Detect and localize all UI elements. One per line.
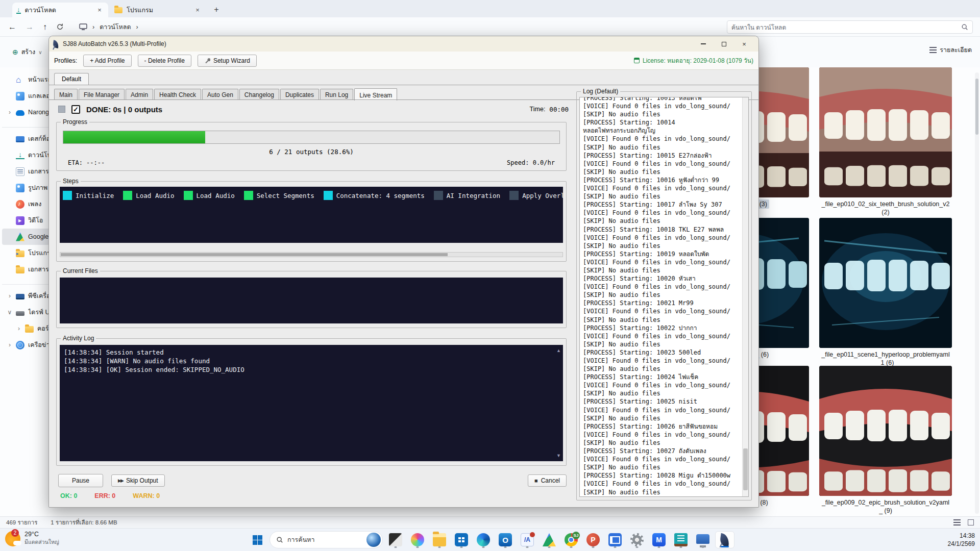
close-button[interactable]: ×	[734, 37, 754, 51]
app-tab[interactable]: Auto Gen	[202, 89, 238, 100]
app-title-bar[interactable]: SJ88 AutoBatch v26.5.3 (Multi-Profile) ×	[49, 36, 758, 52]
steps-group: Steps Initialize Load Audio	[56, 181, 567, 262]
settings-icon[interactable]	[627, 531, 647, 548]
scroll-up-icon[interactable]: ▲	[556, 348, 561, 353]
edge-icon[interactable]	[474, 531, 493, 548]
log-line: [PROCESS] Starting: 10016 หูฟังต่ำกว่า 9…	[583, 176, 740, 184]
time-value: 00:00	[549, 106, 569, 113]
pc-app-icon[interactable]	[693, 531, 713, 548]
app-glyph	[543, 533, 556, 546]
app-tab[interactable]: Main	[54, 89, 78, 100]
add-profile-button[interactable]: + Add Profile	[83, 55, 131, 67]
current-files-canvas	[60, 278, 563, 323]
explorer-tab-downloads[interactable]: ↓ ดาวน์โหลด ×	[12, 3, 108, 17]
new-item-label: สร้าง	[21, 47, 35, 57]
action-buttons-row: Pause ▶▶ Skip Output ■ Cancel	[58, 473, 567, 488]
scrollbar-thumb[interactable]	[975, 79, 978, 135]
copilot-icon[interactable]	[408, 531, 427, 548]
setup-wizard-button[interactable]: Setup Wizard	[198, 55, 257, 67]
back-icon[interactable]: ←	[8, 22, 16, 32]
chevron-down-icon: ∨	[38, 49, 42, 55]
file-item[interactable]: _file_ep011_scene1_hyperloop_problemyaml…	[817, 218, 954, 367]
log-output[interactable]: [PROCESS] Starting: 10013 หลอดไฟ[VOICE] …	[579, 97, 749, 497]
chrome-icon[interactable]: SJ	[561, 531, 581, 548]
app-tab[interactable]: Live Stream	[354, 88, 397, 101]
progress-group-title: Progress	[61, 118, 89, 126]
app-tab[interactable]: Health Check	[154, 89, 201, 100]
breadcrumb-sep: ›	[92, 23, 94, 31]
stop-icon[interactable]	[58, 106, 65, 113]
m365-icon[interactable]: M	[649, 531, 669, 548]
log-scrollbar[interactable]	[742, 97, 748, 496]
google-drive-icon[interactable]	[540, 531, 559, 548]
weather-widget[interactable]: 2 29°C มีแดดส่วนใหญ่	[5, 531, 59, 546]
taskbar: 2 29°C มีแดดส่วนใหญ่ การค้นหา	[0, 528, 980, 551]
breadcrumb-item[interactable]: ดาวน์โหลด	[100, 22, 131, 32]
app-glyph	[389, 533, 402, 546]
close-tab-icon[interactable]: ×	[193, 6, 202, 15]
task-view-icon[interactable]	[386, 531, 405, 548]
file-name[interactable]: _file_ep010_02_six_teeth_brush_solution_…	[818, 199, 953, 217]
forward-icon[interactable]: →	[26, 22, 34, 32]
file-item[interactable]: _file_ep010_02_six_teeth_brush_solution_…	[817, 67, 954, 217]
notes-icon[interactable]	[671, 531, 691, 548]
activity-log-output[interactable]: [14:38:34] Session started[14:38:34] [WA…	[60, 345, 563, 461]
explorer-search-input[interactable]: ค้นหาใน ดาวน์โหลด	[727, 20, 973, 34]
step-chip: Load Audio	[123, 191, 174, 200]
profile-tab-default[interactable]: Default	[54, 73, 89, 85]
app-tab[interactable]: Changelog	[239, 89, 279, 100]
explorer-tab-programs[interactable]: โปรแกรม ×	[110, 3, 206, 17]
system-clock[interactable]: 14:38 24/1/2569	[948, 532, 975, 548]
log-line: [VOICE] Found 0 files in vdo_long_sound/	[583, 160, 740, 168]
file-name[interactable]: _file_ep009_02_epic_brush_solution_v2yam…	[818, 498, 953, 515]
scrollbar-thumb[interactable]	[61, 253, 448, 256]
delete-profile-button[interactable]: - Delete Profile	[138, 55, 191, 67]
outlook-icon[interactable]: O	[496, 531, 515, 548]
maximize-button[interactable]	[714, 37, 734, 51]
file-explorer-icon[interactable]	[430, 531, 449, 548]
powerpoint-icon[interactable]: P	[583, 531, 603, 548]
large-icons-view-icon[interactable]	[968, 519, 974, 525]
setup-wizard-label: Setup Wizard	[213, 57, 250, 64]
app-window-icon[interactable]	[605, 531, 625, 548]
app-glyph	[608, 533, 622, 546]
cancel-button[interactable]: ■ Cancel	[528, 474, 567, 487]
new-tab-button[interactable]: +	[210, 4, 223, 16]
autobatch-feather-icon[interactable]	[715, 531, 734, 548]
app-glyph: /A	[521, 533, 534, 546]
step-chip: AI Integration	[434, 191, 500, 200]
new-item-button[interactable]: ⊕ สร้าง ∨	[7, 44, 47, 60]
skip-output-button[interactable]: ▶▶ Skip Output	[111, 474, 165, 487]
list-view-icon[interactable]	[953, 519, 961, 525]
taskbar-search[interactable]: การค้นหา	[270, 531, 383, 548]
file-name[interactable]: _file_ep011_scene1_hyperloop_problemyaml…	[818, 350, 953, 367]
done-checkbox[interactable]: ✓	[71, 105, 80, 114]
close-tab-icon[interactable]: ×	[95, 6, 104, 15]
log-line: [PROCESS] Starting: 10026 ยาสีฟันขอหอม	[583, 422, 740, 431]
app-glyph	[630, 533, 644, 546]
explorer-scrollbar[interactable]	[975, 72, 979, 514]
log-line: [PROCESS] Starting: 10015 E27กล่องฟ้า	[583, 152, 740, 160]
log-line: [SKIP] No audio files	[583, 110, 740, 118]
details-view-button[interactable]: รายละเอียด	[929, 45, 972, 55]
file-item[interactable]: _file_ep009_02_epic_brush_solution_v2yam…	[817, 366, 954, 515]
pause-button[interactable]: Pause	[58, 474, 103, 487]
scroll-down-icon[interactable]: ▼	[556, 453, 561, 458]
scrollbar-thumb[interactable]	[743, 448, 748, 490]
app-tab[interactable]: Run Log	[320, 89, 353, 100]
up-icon[interactable]: ↑	[43, 22, 47, 32]
app-tab[interactable]: Duplicates	[280, 89, 319, 100]
step-color-box	[123, 191, 132, 200]
breadcrumb[interactable]: › ดาวน์โหลด ›	[79, 22, 138, 32]
minimize-button[interactable]	[693, 37, 714, 51]
log-line: [VOICE] Found 0 files in vdo_long_sound/	[583, 455, 740, 463]
microsoft-store-icon[interactable]	[452, 531, 471, 548]
app-tab[interactable]: Admin	[126, 89, 153, 100]
app-tab[interactable]: File Manager	[79, 89, 125, 100]
feather-app-icon	[53, 40, 59, 48]
log-line: [SKIP] No audio files	[583, 340, 740, 348]
steps-horizontal-scrollbar[interactable]	[60, 252, 563, 257]
start-button[interactable]	[248, 531, 266, 548]
document-app-icon[interactable]: /A	[518, 531, 537, 548]
refresh-icon[interactable]	[56, 23, 64, 31]
